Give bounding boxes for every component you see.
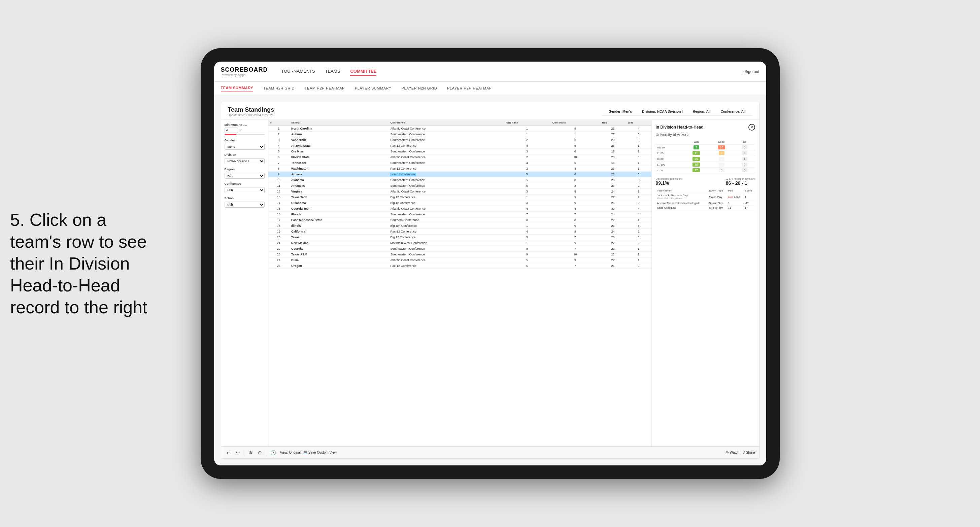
cell-rank: 3 <box>268 137 289 143</box>
h2h-grid-row: 26-50 25 2 1 <box>656 156 755 162</box>
table-row[interactable]: 20 Texas Big 12 Conference 3 7 20 3 <box>268 235 651 240</box>
table-row[interactable]: 1 North Carolina Atlantic Coast Conferen… <box>268 126 651 132</box>
cell-win: 3 <box>626 235 651 240</box>
region-select[interactable]: N/A East <box>224 173 265 179</box>
cell-reg-rank: 4 <box>504 143 550 149</box>
cell-rds: 26 <box>600 143 626 149</box>
table-row[interactable]: 8 Washington Pac-12 Conference 2 8 23 1 <box>268 166 651 171</box>
table-row[interactable]: 11 Arkansas Southeastern Conference 6 8 … <box>268 183 651 189</box>
h2h-grid-header: Win Loss Tie <box>656 139 755 145</box>
cell-win: 6 <box>626 132 651 137</box>
table-header-row: # School Conference Reg Rank Conf Rank R… <box>268 120 651 126</box>
table-row[interactable]: 10 Alabama Southeastern Conference 5 8 2… <box>268 177 651 183</box>
cell-school: Vanderbilt <box>289 137 388 143</box>
h2h-grid-row: 51-100 20 3 0 <box>656 162 755 168</box>
table-row[interactable]: 7 Tennessee Southeastern Conference 4 6 … <box>268 160 651 166</box>
sub-nav-team-h2h-heatmap[interactable]: TEAM H2H HEATMAP <box>305 84 345 92</box>
tournament-score: -17 <box>743 201 755 206</box>
cell-win: 4 <box>626 206 651 212</box>
cell-conf-rank: 8 <box>550 189 600 195</box>
min-rounds-slider[interactable] <box>224 134 265 135</box>
gender-select[interactable]: Men's Women's <box>224 144 265 150</box>
sub-nav-player-summary[interactable]: PLAYER SUMMARY <box>355 84 391 92</box>
h2h-win-cell: 27 <box>683 168 709 173</box>
tournament-row: Cabo Collegiate Stroke Play 11 17 <box>656 206 755 210</box>
table-row[interactable]: 4 Arizona State Pac-12 Conference 4 6 26… <box>268 143 651 149</box>
h2h-range: 51-100 <box>656 162 684 168</box>
sub-nav: TEAM SUMMARY TEAM H2H GRID TEAM H2H HEAT… <box>214 82 766 95</box>
cell-rank: 7 <box>268 160 289 166</box>
share-button[interactable]: ⤴ Share <box>743 451 755 454</box>
sub-nav-team-h2h-grid[interactable]: TEAM H2H GRID <box>263 84 294 92</box>
redo-button[interactable]: ↪ <box>235 449 241 456</box>
conference-filter: Conference (All) ACC <box>224 182 265 193</box>
nav-tournaments[interactable]: TOURNAMENTS <box>282 67 315 76</box>
cell-rank: 1 <box>268 126 289 132</box>
table-row[interactable]: 5 Ole Miss Southeastern Conference 3 6 1… <box>268 149 651 154</box>
cell-win: 3 <box>626 223 651 229</box>
table-row[interactable]: 24 Duke Atlantic Coast Conference 5 9 27… <box>268 257 651 263</box>
table-row[interactable]: 16 Florida Southeastern Conference 7 7 2… <box>268 212 651 217</box>
table-row[interactable]: 2 Auburn Southeastern Conference 1 1 27 … <box>268 132 651 137</box>
table-row[interactable]: 12 Virginia Atlantic Coast Conference 3 … <box>268 189 651 195</box>
h2h-record-stat: W-L-T record in-division: 86 - 26 - 1 <box>726 177 755 186</box>
cell-rank: 15 <box>268 206 289 212</box>
col-school: School <box>289 120 388 126</box>
h2h-grid-row: Top 10 3 13 0 <box>656 145 755 151</box>
table-row[interactable]: 19 California Pac-12 Conference 4 8 24 2 <box>268 229 651 235</box>
conference-select[interactable]: (All) ACC <box>224 187 265 193</box>
sub-nav-team-summary[interactable]: TEAM SUMMARY <box>221 84 253 92</box>
table-row[interactable]: 6 Florida State Atlantic Coast Conferenc… <box>268 154 651 160</box>
sub-nav-player-h2h-grid[interactable]: PLAYER H2H GRID <box>402 84 438 92</box>
table-row[interactable]: 3 Vanderbilt Southeastern Conference 2 8… <box>268 137 651 143</box>
table-row[interactable]: 22 Georgia Southeastern Conference 8 7 2… <box>268 246 651 252</box>
cell-reg-rank: 9 <box>504 252 550 257</box>
h2h-record-value: 86 - 26 - 1 <box>726 180 755 186</box>
nav-teams[interactable]: TEAMS <box>325 67 340 76</box>
table-row[interactable]: 25 Oregon Pac-12 Conference 5 7 21 0 <box>268 263 651 269</box>
cell-school: Virginia <box>289 189 388 195</box>
table-row[interactable]: 21 New Mexico Mountain West Conference 1… <box>268 240 651 246</box>
h2h-team: University of Arizona <box>656 133 755 137</box>
table-row[interactable]: 23 Texas A&M Southeastern Conference 9 1… <box>268 252 651 257</box>
conference-label: Conference <box>224 182 265 186</box>
cell-conf-rank: 8 <box>550 177 600 183</box>
nav-committee[interactable]: COMMITTEE <box>350 67 376 76</box>
cell-conference: Southern Conference <box>388 217 504 223</box>
col-pos: Pos <box>727 189 744 193</box>
watch-button[interactable]: 👁 Watch <box>725 451 739 454</box>
cell-conference: Southeastern Conference <box>388 183 504 189</box>
min-rounds-input[interactable] <box>224 127 238 133</box>
cell-school: Alabama <box>289 177 388 183</box>
zoom-in-button[interactable]: ⊕ <box>247 449 254 456</box>
h2h-win-cell: 3 <box>683 145 709 151</box>
h2h-col-tie: Tie <box>734 139 755 145</box>
division-select[interactable]: NCAA Division I NCAA Division II <box>224 158 265 164</box>
cell-reg-rank: 4 <box>504 160 550 166</box>
zoom-out-button[interactable]: ⊖ <box>256 449 263 456</box>
cell-win: 1 <box>626 160 651 166</box>
table-row[interactable]: 14 Oklahoma Big 12 Conference 3 9 26 2 <box>268 200 651 206</box>
school-select[interactable]: (All) <box>224 202 265 208</box>
h2h-close-button[interactable]: ✕ <box>748 124 755 130</box>
view-original-label[interactable]: View: Original <box>280 451 301 454</box>
cell-rank: 14 <box>268 200 289 206</box>
h2h-opponents-value: 99.1% <box>656 180 682 186</box>
cell-reg-rank: 1 <box>504 195 550 200</box>
undo-button[interactable]: ↩ <box>225 449 232 456</box>
table-row[interactable]: 17 East Tennessee State Southern Confere… <box>268 217 651 223</box>
cell-rds: 22 <box>600 252 626 257</box>
cell-win: 1 <box>626 189 651 195</box>
cell-conference: Pac-12 Conference <box>388 229 504 235</box>
h2h-loss-cell: 3 <box>709 162 734 168</box>
sign-out[interactable]: | Sign out <box>742 69 759 74</box>
cell-reg-rank: 7 <box>504 212 550 217</box>
h2h-col-loss: Loss <box>709 139 734 145</box>
table-row[interactable]: 13 Texas Tech Big 12 Conference 1 9 27 2 <box>268 195 651 200</box>
table-row[interactable]: 15 Georgia Tech Atlantic Coast Conferenc… <box>268 206 651 212</box>
save-custom-label[interactable]: 💾 Save Custom View <box>303 451 337 454</box>
sub-nav-player-h2h-heatmap[interactable]: PLAYER H2H HEATMAP <box>447 84 492 92</box>
table-row[interactable]: 18 Illinois Big Ten Conference 1 9 23 3 <box>268 223 651 229</box>
table-row[interactable]: 9 Arizona Pac-12 Conference 5 8 23 3 <box>268 171 651 177</box>
cell-rds: 23 <box>600 166 626 171</box>
